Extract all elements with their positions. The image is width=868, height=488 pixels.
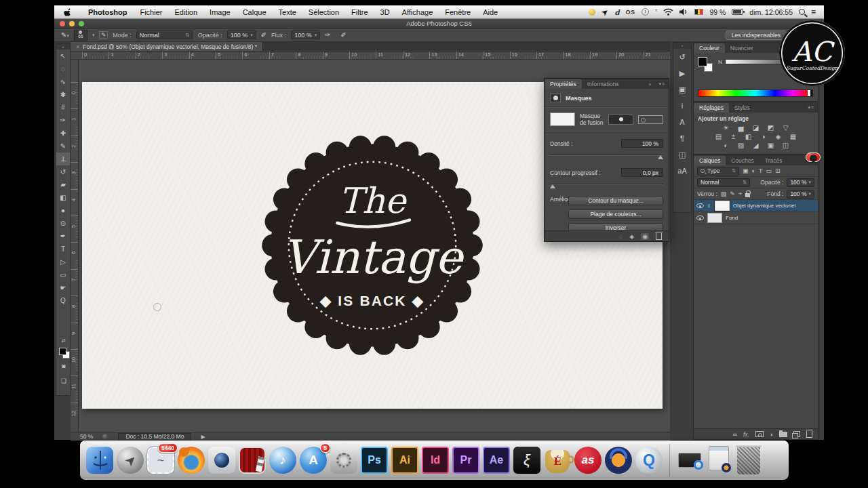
tab-reglages[interactable]: Réglages [694,103,729,113]
new-group-icon[interactable] [779,432,787,437]
airbrush-icon[interactable]: ✑ [325,31,330,39]
crop-tool-icon[interactable]: # [56,101,70,114]
path-selection-tool-icon[interactable]: ▷ [56,256,70,268]
color-spectrum-bar[interactable] [698,89,813,97]
lasso-tool-icon[interactable]: ∿ [56,75,70,88]
dock-dragon-app[interactable]: ξ [513,446,541,474]
disable-mask-icon[interactable]: ◉ [641,233,649,240]
type-tool-icon[interactable]: T [56,243,70,256]
quick-selection-tool-icon[interactable]: ✱ [56,88,70,101]
foreground-color-swatch[interactable] [59,348,66,355]
flow-input[interactable]: 100 %▾ [291,30,320,39]
clone-stamp-tool-icon[interactable]: ⊥ [56,152,70,165]
tab-couches[interactable]: Couches [726,156,760,165]
delete-mask-icon[interactable] [656,233,662,240]
filter-smart-objects-icon[interactable]: ⊡ [775,167,781,174]
toggle-brush-panel-icon[interactable]: ✎ [99,31,108,39]
select-mask-icon[interactable] [608,115,633,125]
filter-adjustment-layers-icon[interactable]: ◐ [752,167,755,174]
quick-mask-icon[interactable]: ◙ [56,363,71,369]
brush-tool-icon[interactable]: ✎ [56,140,70,152]
feather-slider[interactable] [550,182,663,188]
menu-item[interactable]: Calque [237,8,273,16]
airbrush-opacity-icon[interactable]: ✐ [261,31,267,39]
layer-name[interactable]: Objet dynamique vectoriel [733,203,796,209]
menu-item[interactable]: Fenêtre [439,8,477,16]
menubar-os-icon[interactable]: OS [625,9,635,16]
layer-row-smart-object[interactable]: ∞ Objet dynamique vectoriel [694,200,818,212]
horizontal-ruler[interactable]: 0123456789101112131415161718192021 [71,52,670,60]
layer-visibility-icon[interactable] [696,203,704,208]
lock-position-icon[interactable]: + [738,190,742,197]
tab-styles[interactable]: Styles [729,103,755,113]
menu-item[interactable]: Fichier [134,8,168,16]
dock-indesign[interactable]: Id [421,446,450,474]
dock-facetime[interactable] [208,446,236,474]
document-tab[interactable]: × Fond.psd @ 50% (Objet dynamique vector… [71,42,263,51]
spotlight-icon[interactable] [799,9,805,15]
apple-menu-icon[interactable] [64,7,73,17]
swap-colors-icon[interactable]: ⇄ [56,338,71,344]
new-adjustment-layer-icon[interactable]: ◑ [770,431,773,438]
notification-center-icon[interactable]: ≡ [811,7,816,17]
dock-photoshop[interactable]: Ps [360,446,389,474]
document-size-readout[interactable]: Doc : 10,5 Mo/22,0 Mo [118,433,191,441]
pen-tool-icon[interactable]: ✒ [56,230,70,243]
paragraph-panel-icon[interactable]: ¶ [673,130,691,146]
healing-brush-tool-icon[interactable]: ✚ [56,127,70,140]
add-layer-mask-icon[interactable] [755,431,764,437]
layer-fill-input[interactable]: 100 %▾ [787,190,814,199]
tab-traces[interactable]: Tracés [760,156,788,165]
dock-finder[interactable] [85,446,114,474]
filter-shape-layers-icon[interactable]: ▭ [766,167,772,174]
lock-all-icon[interactable] [745,193,750,197]
history-brush-tool-icon[interactable]: ↺ [56,165,70,178]
menu-item[interactable]: 3D [374,8,396,16]
menu-photoshop[interactable]: Photoshop [82,8,134,16]
channel-mixer-icon[interactable]: ◈ [774,133,783,140]
bluetooth-icon[interactable]: * [655,8,658,16]
tab-nuancier[interactable]: Nuancier [725,43,759,53]
lock-transparency-icon[interactable]: ▨ [721,190,727,197]
brush-preset-picker[interactable]: 66 [74,30,87,41]
selective-color-icon[interactable]: ▣ [766,142,775,149]
tab-couleur[interactable]: Couleur [694,43,725,53]
layer-row-fond[interactable]: Fond [694,212,818,224]
density-slider[interactable] [550,153,663,159]
battery-icon[interactable] [732,9,743,15]
gradient-map-icon[interactable]: ◫ [781,142,790,149]
expand-panels-icon[interactable]: « [673,43,691,49]
filter-type-layers-icon[interactable]: T [759,167,763,174]
dock-quicktime[interactable]: Q [635,446,663,474]
workspace-switcher-button[interactable]: Les indispensables [726,30,787,40]
mask-edge-button[interactable]: Contour du masque... [568,196,663,205]
opacity-input[interactable]: 100 %▾ [227,30,256,39]
menubar-d-icon[interactable]: d [614,8,619,16]
close-document-icon[interactable]: × [76,43,79,50]
eyedropper-tool-icon[interactable]: ✑ [56,114,70,127]
curves-icon[interactable]: ◪ [751,124,760,131]
vertical-ruler[interactable]: 0123456789101112 [71,60,79,432]
layer-comps-panel-icon[interactable]: ◫ [673,146,691,163]
dock-mail[interactable]: 5440 ~ [146,446,175,474]
tab-calques[interactable]: Calques [694,156,726,165]
tab-informations[interactable]: Informations [582,79,625,89]
brush-picker-caret[interactable]: ▾ [92,33,95,38]
info-panel-icon[interactable]: i [673,98,691,114]
menu-item[interactable]: Texte [273,8,302,16]
menubar-clock[interactable]: dim. 12:06:55 [749,8,793,16]
density-value[interactable]: 100 % [621,139,663,148]
dock-itunes[interactable]: ♪ [269,446,297,474]
dock-audacity-document[interactable] [705,446,732,474]
zoom-tool-icon[interactable]: Q [56,294,70,307]
adjustments-panel-menu-icon[interactable]: ▾≡ [804,105,818,113]
blur-tool-icon[interactable]: ● [56,204,70,217]
apply-mask-icon[interactable]: ◈ [629,233,634,240]
screen-mode-icon[interactable]: ❏ [56,378,71,384]
share-arrow-icon[interactable]: ➤ [599,6,611,18]
dock-quicktime-document[interactable] [676,446,703,474]
foreground-background-swatches[interactable] [59,348,70,359]
vibrance-icon[interactable]: ▽ [781,124,790,131]
menu-item[interactable]: Edition [168,8,203,16]
zoom-level[interactable]: 50 % [80,433,93,440]
